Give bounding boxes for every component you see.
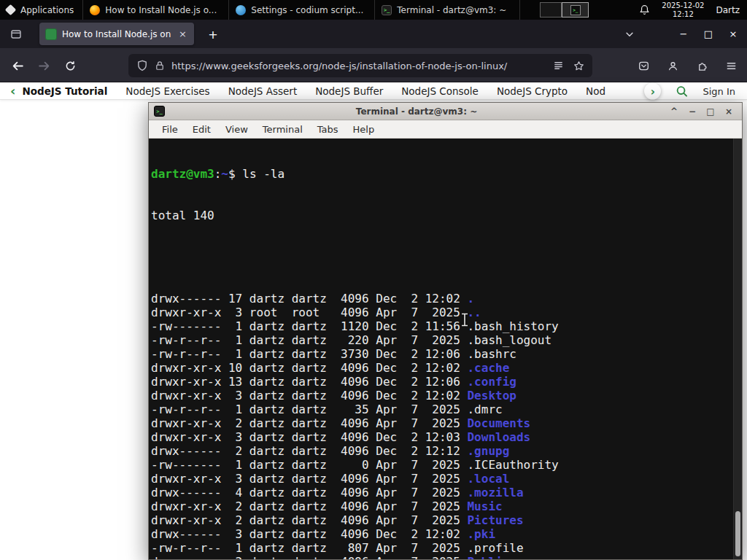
file-meta: drwx------ 2 dartz dartz 4096 Dec 2 12:1… [151,444,467,458]
terminal-window: Terminal - dartz@vm3: ~ ^ − □ × FileEdit… [148,102,743,560]
terminal-output-line: drwx------ 17 dartz dartz 4096 Dec 2 12:… [151,292,732,306]
terminal-titlebar[interactable]: Terminal - dartz@vm3: ~ ^ − □ × [149,103,742,120]
scrollbar-thumb[interactable] [735,511,740,556]
clock-time: 12:12 [673,10,694,19]
terminal-output-line: drwxr-xr-x 10 dartz dartz 4096 Dec 2 12:… [151,361,732,375]
prompt-dollar: $ [228,167,242,181]
workspace-cell-active[interactable] [562,2,589,18]
taskbar: How to Install Node.js o... Settings - c… [82,0,520,20]
minimize-button[interactable]: − [671,20,696,48]
terminal-viewport[interactable]: dartz@vm3:~$ ls -la total 140 drwx------… [149,139,742,559]
toolbar-right-actions [632,54,743,77]
listing: drwx------ 17 dartz dartz 4096 Dec 2 12:… [151,250,732,559]
taskbar-button-label: How to Install Node.js o... [105,5,217,15]
file-name: .ICEauthority [467,458,558,472]
menu-item[interactable]: Edit [185,124,218,135]
file-meta: drwxr-xr-x 2 dartz dartz 4096 Apr 7 2025 [151,513,467,527]
terminal-output-line: drwxr-xr-x 2 dartz dartz 4096 Apr 7 2025… [151,416,732,430]
file-name: .bash_logout [467,333,551,347]
terminal-output-line: drwx------ 2 dartz dartz 4096 Dec 2 12:1… [151,444,732,458]
close-button[interactable]: × [723,104,735,120]
prompt-user-host: dartz@vm3 [151,167,214,181]
taskbar-button-label: Settings - codium script... [251,5,363,15]
prompt-cwd: ~ [221,167,228,181]
close-button[interactable]: × [721,20,746,48]
file-meta: drwxr-xr-x 3 dartz dartz 4096 Apr 7 2025 [151,472,467,486]
file-name: Public [467,555,509,559]
file-name: Pictures [467,513,523,527]
account-button[interactable] [661,54,684,77]
menu-item[interactable]: Terminal [255,124,310,135]
reload-button[interactable] [58,54,82,77]
workspace-cell[interactable] [540,2,562,18]
file-name: Documents [467,416,530,430]
file-meta: drwx------ 3 dartz dartz 4096 Dec 2 12:0… [151,527,467,541]
maximize-button[interactable]: □ [696,20,721,48]
menu-item[interactable]: Help [346,124,382,135]
nav-back-chevron[interactable]: ‹ [10,85,15,98]
clock-date: 2025-12-02 [662,1,704,10]
file-meta: -rw------- 1 dartz dartz 1120 Dec 2 11:5… [151,319,467,333]
terminal-title: Terminal - dartz@vm3: ~ [169,106,664,117]
terminal-scrollbar[interactable] [733,139,742,559]
taskbar-button[interactable]: How to Install Node.js o... [82,0,228,20]
menu-item[interactable]: File [155,124,185,135]
minimize-button[interactable]: − [686,104,698,120]
nav-forward-chevron[interactable]: › [644,83,661,100]
file-name: Downloads [467,430,530,444]
top-panel: Applications How to Install Node.js o...… [0,0,747,20]
firefox-view-button[interactable] [6,25,26,44]
pocket-button[interactable] [632,54,655,77]
site-nav-item[interactable]: NodeJS Buffer [315,85,383,97]
file-name: .bashrc [467,347,516,361]
file-meta: drwxr-xr-x 2 dartz dartz 4096 Apr 7 2025 [151,555,467,559]
app-menu-button[interactable] [719,54,743,77]
file-name: .profile [467,541,523,555]
url-text[interactable]: https://www.geeksforgeeks.org/node-js/in… [171,61,546,71]
bookmark-star-icon[interactable] [573,61,584,71]
terminal-output-line: -rw-r--r-- 1 dartz dartz 35 Apr 7 2025 .… [151,402,732,416]
notifications-bell-icon[interactable] [639,4,650,15]
list-all-tabs-button[interactable] [620,25,639,44]
sign-in-button[interactable]: Sign In [703,86,735,97]
url-bar[interactable]: https://www.geeksforgeeks.org/node-js/in… [128,54,592,77]
tab-close-button[interactable]: × [177,28,188,39]
applications-menu-button[interactable]: Applications [0,0,82,20]
search-icon[interactable] [676,85,688,98]
new-tab-button[interactable]: + [204,26,222,43]
maximize-button[interactable]: □ [705,104,716,120]
menu-item[interactable]: Tabs [310,124,346,135]
file-meta: -rw-r--r-- 1 dartz dartz 807 Apr 7 2025 [151,541,467,555]
site-nav-item[interactable]: NodeJS Console [401,85,479,97]
site-nav-item[interactable]: NodeJS DNS [586,85,605,97]
site-nav: ‹ NodeJS TutorialNodeJS ExercisesNodeJS … [0,83,747,100]
workspace-switcher[interactable] [540,2,589,18]
extensions-button[interactable] [690,54,713,77]
reader-mode-icon[interactable] [553,61,564,71]
menu-item[interactable]: View [218,124,255,135]
hamburger-icon [726,61,737,71]
terminal-output: dartz@vm3:~$ ls -la total 140 drwx------… [151,139,732,559]
site-nav-right: › Sign In [644,83,735,100]
file-meta: -rw-r--r-- 1 dartz dartz 35 Apr 7 2025 [151,402,467,416]
site-nav-item[interactable]: NodeJS Tutorial [22,85,107,97]
file-meta: drwxr-xr-x 3 root root 4096 Apr 7 2025 [151,306,467,319]
browser-tab[interactable]: How to Install Node.js on × [39,23,194,45]
file-name: .pki [467,527,495,541]
file-meta: -rw------- 1 dartz dartz 0 Apr 7 2025 [151,458,467,472]
user-label: Dartz [716,5,742,15]
site-nav-item[interactable]: NodeJS Crypto [497,85,568,97]
site-nav-item[interactable]: NodeJS Exercises [125,85,209,97]
screen: Applications How to Install Node.js o...… [0,0,747,560]
forward-button[interactable] [32,54,55,77]
back-button[interactable] [6,54,29,77]
file-meta: -rw-r--r-- 1 dartz dartz 220 Apr 7 2025 [151,333,467,347]
taskbar-button[interactable]: Settings - codium script... [228,0,374,20]
workspace-window-icon [570,5,581,15]
terminal-window-controls: ^ − □ × [668,104,737,120]
taskbar-button[interactable]: Terminal - dartz@vm3: ~ [374,0,520,20]
lock-icon[interactable] [155,61,165,71]
tracking-shield-icon[interactable] [136,60,148,71]
shade-button[interactable]: ^ [668,104,680,120]
site-nav-item[interactable]: NodeJS Assert [228,85,298,97]
